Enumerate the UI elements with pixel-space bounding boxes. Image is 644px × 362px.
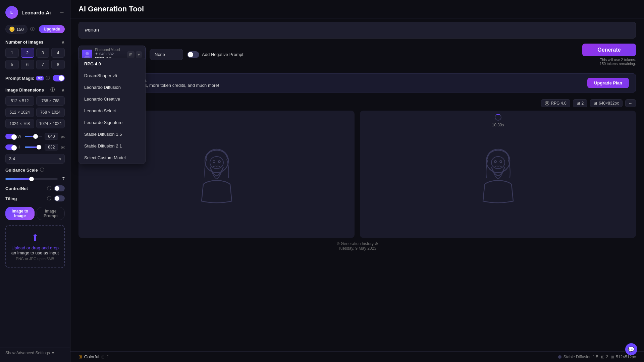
bottom-res-value: 512×512px <box>616 355 636 359</box>
gen-meta-more[interactable]: ··· <box>625 99 636 107</box>
num-btn-7[interactable]: 7 <box>36 60 50 69</box>
width-thumb[interactable] <box>33 134 38 139</box>
model-meta-label: Finetuned Model <box>95 48 124 52</box>
date-label: ⊕ Generation history ⊕ Tuesday, 9 May 20… <box>78 241 636 251</box>
image-prompt-tab[interactable]: Image Prompt <box>37 207 65 220</box>
dropdown-item-custom-model[interactable]: Select Custom Model <box>79 152 145 164</box>
model-dropdown-icon[interactable]: ▾ <box>136 51 142 58</box>
dropdown-item-dreamshaper[interactable]: DreamShaper v5 <box>79 70 145 81</box>
guidance-thumb[interactable] <box>29 177 34 181</box>
dropdown-item-leonardo-diffusion[interactable]: Leonardo Diffusion <box>79 81 145 93</box>
controlnet-label: ControlNet <box>5 186 44 191</box>
height-input[interactable] <box>45 144 58 150</box>
prompt-input[interactable]: woman <box>78 22 636 39</box>
dim-768x1024[interactable]: 768 × 1024 <box>36 108 65 117</box>
height-toggle[interactable] <box>5 144 15 150</box>
gen-meta-model: RPG 4.0 <box>541 99 570 107</box>
svg-rect-5 <box>186 137 247 211</box>
token-cost-label: This will use 2 tokens. <box>600 58 636 62</box>
upload-area[interactable]: ⬆ Upload or drag and drop an image to us… <box>5 225 65 268</box>
height-track[interactable] <box>25 146 42 148</box>
dim-768x768[interactable]: 768 × 768 <box>36 96 65 106</box>
upload-text: an image to use as input <box>11 250 59 255</box>
gen-image-2[interactable]: 10.30s <box>360 111 636 238</box>
dim-1024x768[interactable]: 1024 × 768 <box>5 119 34 128</box>
dropdown-item-leonardo-signature[interactable]: Leonardo Signature <box>79 117 145 128</box>
gen-res-value: 640×832px <box>599 101 619 106</box>
model-copy-icon[interactable]: ⊞ <box>127 51 135 58</box>
guidance-scale-info[interactable]: ⓘ <box>40 167 44 173</box>
svg-point-4 <box>546 102 548 104</box>
controlnet-toggle[interactable] <box>54 185 65 191</box>
controlnet-info[interactable]: ⓘ <box>47 185 51 191</box>
num-btn-3[interactable]: 3 <box>36 48 50 58</box>
dropdown-item-sd21[interactable]: Stable Diffusion 2.1 <box>79 140 145 152</box>
number-of-images-chevron: ∧ <box>61 40 65 45</box>
sidebar-collapse-btn[interactable]: ← <box>59 9 65 15</box>
token-count: 🪙 150 <box>5 25 28 34</box>
avatar: L <box>5 6 18 19</box>
generate-button[interactable]: Generate <box>582 44 636 56</box>
colorful-share-icon[interactable]: ⤴ <box>107 355 109 359</box>
bottom-count-icon: ⊞ <box>601 355 604 359</box>
guidance-scale-label: Guidance Scale <box>5 168 38 173</box>
height-thumb[interactable] <box>37 145 41 149</box>
ratio-select[interactable]: 3:4 1:1 4:3 9:16 16:9 <box>5 154 65 164</box>
tiling-info[interactable]: ⓘ <box>47 195 51 201</box>
gen-count-value: 2 <box>582 101 584 106</box>
num-btn-5[interactable]: 5 <box>5 60 19 69</box>
num-btn-6[interactable]: 6 <box>21 60 34 69</box>
dropdown-item-sd15[interactable]: Stable Diffusion 1.5 <box>79 128 145 140</box>
width-toggle[interactable] <box>5 134 15 139</box>
tiling-toggle[interactable] <box>54 195 65 201</box>
gen-image-2-inner <box>360 111 636 238</box>
dim-512x512[interactable]: 512 × 512 <box>5 96 34 106</box>
upgrade-button[interactable]: Upgrade <box>39 25 65 33</box>
bottom-meta: Stable Diffusion 1.5 ⊞ 2 ⊞ 512×512px <box>558 355 636 359</box>
chat-button[interactable]: 💬 <box>625 343 637 355</box>
dropdown-item-leonardo-creative[interactable]: Leonardo Creative <box>79 93 145 105</box>
num-btn-8[interactable]: 8 <box>51 60 65 69</box>
height-label: H <box>17 145 22 149</box>
dropdown-item-leonardo-select[interactable]: Leonardo Select <box>79 105 145 117</box>
brand-name: Leonardo.Ai <box>21 10 51 15</box>
token-info-icon[interactable]: ⓘ <box>30 26 35 32</box>
width-track[interactable] <box>25 136 42 137</box>
number-of-images-header[interactable]: Number of Images ∧ <box>0 37 70 47</box>
prompt-magic-row: Prompt Magic V2 ⓘ <box>0 73 70 84</box>
controlnet-row: ControlNet ⓘ <box>0 183 70 193</box>
advanced-settings-btn[interactable]: Show Advanced Settings ▾ <box>0 348 70 358</box>
image-tabs: Image to Image Image Prompt <box>0 203 70 223</box>
bottom-bar: ⊞ Colorful ⊞ ⤴ Stable Diffusion 1.5 ⊞ 2 … <box>70 351 644 362</box>
gen-meta-count: ⊞ 2 <box>573 99 588 107</box>
generation-area: RPG 4.0 ⊞ 2 ⊞ 640×832px ··· <box>70 96 644 351</box>
prompt-magic-info[interactable]: ⓘ <box>46 75 50 81</box>
negative-prompt-switch[interactable] <box>187 51 199 58</box>
preset-select[interactable]: None <box>150 49 183 60</box>
dim-512x1024[interactable]: 512 × 1024 <box>5 108 34 117</box>
bottom-meta-count: ⊞ 2 <box>601 355 608 359</box>
upgrade-plan-button[interactable]: Upgrade Plan <box>587 78 629 88</box>
upload-file-hint: PNG or JPG up to 5MB <box>9 257 61 261</box>
guidance-track[interactable] <box>5 178 58 180</box>
dropdown-item-rpg40[interactable]: RPG 4.0 <box>79 58 145 70</box>
advanced-settings-label: Show Advanced Settings <box>5 351 50 355</box>
loading-time: 10.30s <box>492 123 504 127</box>
image-dimensions-info[interactable]: ⓘ <box>50 87 55 93</box>
upload-link[interactable]: Upload or drag and drop <box>11 245 59 250</box>
image-to-image-tab[interactable]: Image to Image <box>5 207 35 220</box>
num-btn-4[interactable]: 4 <box>51 48 65 58</box>
guidance-value: 7 <box>62 176 65 181</box>
colorful-copy-icon[interactable]: ⊞ <box>101 355 105 359</box>
num-btn-2[interactable]: 2 <box>21 48 34 58</box>
width-input[interactable] <box>45 133 58 140</box>
dim-1024x1024[interactable]: 1024 × 1024 <box>36 119 65 128</box>
ratio-wrapper: 3:4 1:1 4:3 9:16 16:9 ▾ <box>5 154 65 164</box>
image-dimensions-header[interactable]: Image Dimensions ⓘ ∧ <box>0 84 70 95</box>
prompt-magic-toggle[interactable] <box>53 75 65 81</box>
num-btn-1[interactable]: 1 <box>5 48 19 58</box>
generate-area: Generate This will use 2 tokens. 150 tok… <box>582 44 636 66</box>
height-unit: px <box>61 145 65 149</box>
svg-point-1 <box>86 52 89 55</box>
prompt-magic-label: Prompt Magic <box>5 76 34 81</box>
